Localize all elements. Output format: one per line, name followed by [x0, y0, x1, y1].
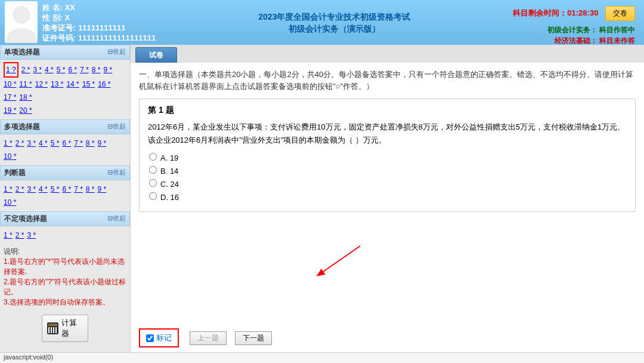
question-link[interactable]: 15 * [82, 78, 95, 91]
prev-button[interactable]: 上一题 [190, 331, 227, 345]
question-box: 第 1 题 2012年6月，某企业发生以下事项：支付诉讼费用10万元，固定资产处… [139, 99, 636, 212]
question-link[interactable]: 9 * [98, 183, 107, 196]
option-c[interactable]: C. 24 [149, 179, 627, 189]
section-judge-header[interactable]: 判断题 ⊟收起 [0, 165, 130, 180]
tab-bar: 试卷 [131, 45, 644, 63]
name-value: XX [65, 3, 75, 12]
submit-button[interactable]: 交卷 [605, 6, 635, 21]
question-link[interactable]: 4 * [39, 183, 48, 196]
subject2-status: ： 科目未作答 [590, 36, 635, 45]
subject1-status: ： 科目作答中 [590, 26, 635, 34]
question-link[interactable]: 10 * [4, 78, 16, 91]
admission-label: 准考证号: [42, 23, 76, 32]
nav-single: 1 ?2 *3 *4 *5 *6 *7 *8 *9 *10 *11 *12 *1… [0, 60, 130, 119]
question-link[interactable]: 20 * [19, 104, 32, 117]
nav-multi: 1 *2 *3 *4 *5 *6 *7 *8 *9 *10 * [0, 134, 130, 165]
question-link[interactable]: 18 * [19, 91, 32, 104]
question-link[interactable]: 7 * [74, 137, 83, 150]
instructions-line1: 1.题号右方的"*"符号代表该小题尚未选择答案. [4, 257, 126, 277]
question-link[interactable]: 7 * [80, 63, 89, 76]
question-link[interactable]: 2 * [16, 183, 24, 196]
next-button[interactable]: 下一题 [235, 331, 272, 345]
option-b-label: B. 14 [160, 167, 178, 176]
question-link[interactable]: 4 * [45, 63, 54, 76]
question-link[interactable]: 6 * [62, 137, 71, 150]
mark-checkbox-wrap[interactable]: 标记 [139, 328, 179, 347]
question-link[interactable]: 7 * [74, 183, 83, 196]
question-link[interactable]: 2 * [16, 137, 24, 150]
time-label: 科目剩余时间： [513, 8, 567, 17]
question-link[interactable]: 14 * [66, 78, 79, 91]
option-c-label: C. 24 [160, 180, 179, 189]
id-label: 证件号码: [42, 33, 76, 42]
question-link[interactable]: 2 * [16, 229, 24, 242]
exam-header: 姓 名: XX 性 别: X 准考证号: 11111111111 证件号码: 1… [0, 0, 644, 45]
question-link[interactable]: 12 * [35, 78, 48, 91]
gender-label: 性 别: [42, 13, 63, 22]
instructions-line3: 3.选择选项的同时自动保存答案。 [4, 297, 126, 307]
collapse-icon[interactable]: ⊟收起 [107, 47, 126, 57]
tab-exam[interactable]: 试卷 [135, 47, 177, 63]
section-single-header[interactable]: 单项选择题 ⊟收起 [0, 45, 130, 60]
section-single-title: 单项选择题 [4, 47, 40, 57]
mark-checkbox[interactable] [146, 334, 154, 342]
question-link[interactable]: 1 * [4, 183, 13, 196]
calculator-button[interactable]: 计算器 [42, 315, 88, 342]
question-link[interactable]: 3 * [27, 229, 36, 242]
question-link[interactable]: 17 * [4, 91, 16, 104]
question-link[interactable]: 19 * [4, 104, 16, 117]
exam-title-line1: 2023年度全国会计专业技术初级资格考试 [156, 11, 513, 23]
question-link[interactable]: 8 * [86, 137, 95, 150]
question-link[interactable]: 3 * [27, 183, 36, 196]
question-link[interactable]: 8 * [86, 183, 95, 196]
question-link[interactable]: 1 ? [4, 62, 18, 78]
nav-judge: 1 *2 *3 *4 *5 *6 *7 *8 *9 *10 * [0, 180, 130, 211]
collapse-icon[interactable]: ⊟收起 [107, 214, 126, 224]
collapse-icon[interactable]: ⊟收起 [107, 122, 126, 132]
question-link[interactable]: 9 * [98, 137, 107, 150]
question-link[interactable]: 16 * [98, 78, 110, 91]
collapse-icon[interactable]: ⊟收起 [107, 168, 126, 178]
question-link[interactable]: 4 * [39, 137, 48, 150]
question-link[interactable]: 5 * [57, 63, 66, 76]
question-link[interactable]: 5 * [51, 137, 60, 150]
admission-value: 11111111111 [78, 23, 126, 32]
question-link[interactable]: 13 * [51, 78, 63, 91]
section-uncertain-header[interactable]: 不定项选择题 ⊟收起 [0, 211, 130, 226]
option-a[interactable]: A. 19 [149, 153, 627, 162]
svg-line-0 [321, 246, 360, 273]
question-area: 一、单项选择题（本类题共20小题，每小题2分，共40分。每小题备选答案中，只有一… [131, 63, 644, 324]
status-area: 科目剩余时间：01:28:30 交卷 初级会计实务： 科目作答中 经济法基础： … [513, 0, 644, 45]
option-c-radio[interactable] [149, 179, 157, 187]
subject1-name: 初级会计实务 [547, 26, 590, 34]
instructions-line2: 2.题号右方的"?"符号代表该小题做过标记。 [4, 277, 126, 297]
question-link[interactable]: 10 * [4, 196, 16, 209]
question-link[interactable]: 3 * [33, 63, 42, 76]
bottom-bar: 标记 上一题 下一题 [131, 324, 644, 352]
option-b[interactable]: B. 14 [149, 166, 627, 176]
question-link[interactable]: 6 * [62, 183, 71, 196]
exam-title: 2023年度全国会计专业技术初级资格考试 初级会计实务（演示版） [156, 0, 513, 45]
question-link[interactable]: 3 * [27, 137, 36, 150]
option-a-label: A. 19 [160, 153, 178, 162]
name-label: 姓 名: [42, 3, 63, 12]
option-d-radio[interactable] [149, 192, 157, 200]
question-link[interactable]: 6 * [68, 63, 77, 76]
section-multi-title: 多项选择题 [4, 122, 40, 132]
question-link[interactable]: 10 * [4, 150, 16, 163]
question-link[interactable]: 5 * [51, 183, 60, 196]
option-d[interactable]: D. 16 [149, 192, 627, 202]
question-link[interactable]: 2 * [21, 63, 30, 76]
statusbar: javascript:void(0) [0, 352, 644, 363]
section-multi-header[interactable]: 多项选择题 ⊟收起 [0, 119, 130, 134]
option-d-label: D. 16 [160, 193, 179, 202]
option-a-radio[interactable] [149, 153, 157, 161]
question-link[interactable]: 8 * [92, 63, 101, 76]
question-link[interactable]: 1 * [4, 137, 13, 150]
question-link[interactable]: 9 * [104, 63, 113, 76]
question-link[interactable]: 1 * [4, 229, 13, 242]
id-value: 111111111111111111 [78, 33, 156, 42]
annotation-arrow [315, 243, 363, 279]
question-link[interactable]: 11 * [19, 78, 32, 91]
option-b-radio[interactable] [149, 166, 157, 174]
